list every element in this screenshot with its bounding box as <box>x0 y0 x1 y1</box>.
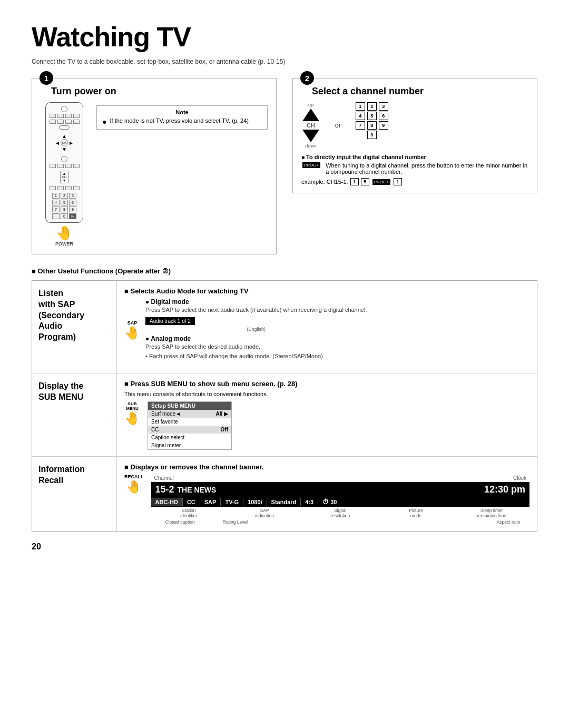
example-row: example: CH15-1: 1 5 PROG+ 1 <box>301 178 528 185</box>
svg-marker-0 <box>302 109 319 121</box>
recall-button-label: RECALL <box>124 474 144 479</box>
page-number: 20 <box>32 542 537 552</box>
svg-marker-1 <box>302 130 319 142</box>
sap-section-title: ■ Selects Audio Mode for watching TV <box>124 287 529 295</box>
analog-mode-text: Press SAP to select the desired audio mo… <box>145 343 367 350</box>
subtitle: Connect the TV to a cable box/cable, set… <box>32 58 537 65</box>
submenu-row: Display the SUB MENU ■ Press SUB MENU to… <box>32 373 537 457</box>
digital-mode-text: Press SAP to select the next audio track… <box>145 307 367 313</box>
numpad-grid: 123 456 789 0 <box>356 102 389 139</box>
analog-mode-text2: • Each press of SAP will change the audi… <box>145 353 367 359</box>
step2-box: 2 Select a channel number up CH down or … <box>292 78 537 193</box>
note-box: Note ● If the mode is not TV, press volo… <box>96 105 268 130</box>
submenu-item-surfmode: Surf mode◄All ▶ <box>148 410 231 418</box>
power-hand-icon: 🤚 POWER <box>55 225 73 247</box>
label-picture-mode: Picturemode <box>378 508 454 518</box>
recall-tvg: TV-G <box>221 498 243 506</box>
submenu-item-cc: CCOff <box>148 426 231 434</box>
label-aspect-ratio: Aspect ratio <box>487 519 529 525</box>
sap-button-group: SAP 🤚 <box>124 320 140 340</box>
recall-button-group: RECALL 🤚 <box>124 474 144 494</box>
or-label: or <box>335 122 341 129</box>
recall-labels-row2: Closed caption Rating Level Aspect ratio <box>151 519 530 525</box>
submenu-section-title: ■ Press SUB MENU to show sub menu screen… <box>124 380 529 388</box>
recall-timer-val: 30 <box>330 499 337 505</box>
submenu-item-setfav: Set favorite <box>148 418 231 426</box>
digital-note-text: When tuning to a digital channel, press … <box>326 162 528 175</box>
label-sleep-timer: Sleep timerremaining time <box>454 508 529 518</box>
channel-arrows: up CH down <box>301 102 320 149</box>
example-prog-btn: PROG+ <box>372 179 390 185</box>
recall-time: 12:30 pm <box>484 484 525 495</box>
sap-modes: ● Digital mode Press SAP to select the n… <box>145 298 367 362</box>
up-label: up <box>308 102 313 107</box>
page-title: Watching TV <box>32 21 537 53</box>
note-text: If the mode is not TV, press volo and se… <box>110 117 249 124</box>
label-sap-ind: SAPindication <box>227 508 302 518</box>
label-rating-level: Rating Level <box>209 519 262 525</box>
sap-right: ■ Selects Audio Mode for watching TV SAP… <box>116 281 537 373</box>
recall-resolution: 1080i <box>243 498 267 506</box>
submenu-item-signal: Signal meter <box>148 441 231 449</box>
example-num-1: 1 <box>350 178 359 185</box>
sap-title: Listen with SAP (Secondary Audio Program… <box>38 288 110 343</box>
down-label: down <box>305 143 317 149</box>
power-label: POWER <box>55 241 73 247</box>
example-num-5: 5 <box>361 178 369 185</box>
other-functions-header: ■ Other Useful Functions (Operate after … <box>32 267 537 275</box>
recall-row: Information Recall ■ Displays or removes… <box>32 457 537 531</box>
recall-banner-main: 15-2 THE NEWS 12:30 pm <box>151 482 530 497</box>
label-closed-caption: Closed caption <box>151 519 209 525</box>
audio-track-area: Audio track 1 of 2 (English) <box>145 316 367 332</box>
submenu-button-group: SUB MENU 🤚 <box>124 401 140 426</box>
example-label: example: CH15-1: <box>301 179 348 185</box>
submenu-item-caption: Caption select <box>148 434 231 441</box>
ch-up-arrow-svg <box>301 107 320 122</box>
recall-right: ■ Displays or removes the channel banner… <box>116 457 537 531</box>
step1-box: 1 Turn power on ▲ ▼ ◄ <box>32 78 277 254</box>
recall-title: Information Recall <box>38 464 110 486</box>
note-title: Note <box>102 109 262 115</box>
submenu-section-text: This menu consists of shortcuts to conve… <box>124 391 529 397</box>
recall-station: ABC-HD <box>151 498 183 506</box>
function-section: Listen with SAP (Secondary Audio Program… <box>32 280 537 532</box>
sap-button-label: SAP <box>127 320 138 326</box>
submenu-left: Display the SUB MENU <box>32 373 116 456</box>
ch-down-arrow-svg <box>301 129 320 143</box>
analog-mode-title: ● Analog mode <box>145 335 367 342</box>
recall-hand-icon: 🤚 <box>126 479 142 494</box>
digital-note: ■ To directly input the digital channel … <box>301 154 528 185</box>
clock-label: Clock <box>513 475 526 481</box>
recall-info-row: ABC-HD CC SAP TV-G 1080i Standard 4:3 ⏱ … <box>151 497 530 507</box>
recall-banner-area: Channel Clock 15-2 THE NEWS 12:30 pm ABC… <box>151 474 530 525</box>
recall-section-title: ■ Displays or removes the channel banner… <box>124 463 529 471</box>
audio-track-banner: Audio track 1 of 2 <box>145 317 195 325</box>
recall-left: Information Recall <box>32 457 116 531</box>
ch-label: CH <box>307 122 315 129</box>
digital-note-title: ■ To directly input the digital channel … <box>301 154 528 160</box>
step1-title: Turn power on <box>51 86 268 97</box>
recall-banner-header: Channel Clock <box>151 474 530 482</box>
submenu-title: Display the SUB MENU <box>38 381 110 403</box>
submenu-button-label: SUB MENU <box>126 401 139 411</box>
step1-number: 1 <box>40 71 53 85</box>
recall-labels-row: Stationidentifier SAPindication Signalre… <box>151 507 530 519</box>
sap-left: Listen with SAP (Secondary Audio Program… <box>32 281 116 373</box>
remote-illustration: ▲ ▼ ◄ ► OK ▲CH▼ <box>41 102 88 247</box>
prog-btn-inline: PROG+ <box>302 162 320 168</box>
submenu-box-header: Setup SUB MENU <box>148 402 231 410</box>
audio-track-sub: (English) <box>145 327 367 332</box>
sap-row: Listen with SAP (Secondary Audio Program… <box>32 281 537 373</box>
steps-row: 1 Turn power on ▲ ▼ ◄ <box>32 78 537 254</box>
channel-label: Channel <box>154 475 174 481</box>
recall-standard: Standard <box>267 498 301 506</box>
recall-channel-num: 15-2 <box>155 484 174 495</box>
submenu-right: ■ Press SUB MENU to show sub menu screen… <box>116 373 537 456</box>
submenu-hand-icon: 🤚 <box>124 411 140 426</box>
recall-cc: CC <box>183 498 200 506</box>
recall-channel-name: THE NEWS <box>178 486 481 494</box>
recall-timer: ⏱ 30 <box>318 497 341 507</box>
submenu-illustration: SUB MENU 🤚 Setup SUB MENU Surf mode◄All … <box>124 401 529 450</box>
step2-title: Select a channel number <box>312 86 528 97</box>
example-num-last: 1 <box>394 178 402 185</box>
